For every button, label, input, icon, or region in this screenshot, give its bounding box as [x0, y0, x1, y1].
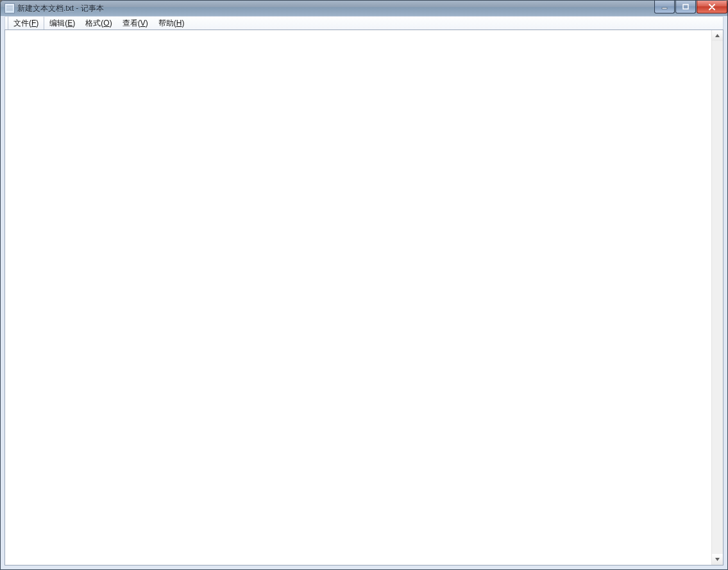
menu-accel-help: H	[176, 19, 182, 27]
menu-label-file-pre: 文件(	[13, 19, 31, 27]
scroll-up-button[interactable]	[712, 30, 723, 41]
chevron-down-icon	[715, 557, 720, 562]
menu-help[interactable]: 帮助(H)	[153, 17, 190, 29]
menu-accel-edit: E	[67, 19, 72, 27]
menu-accel-file: F	[31, 19, 36, 27]
text-editor[interactable]	[5, 30, 711, 565]
menu-label-edit-post: )	[72, 19, 75, 27]
window-title: 新建文本文档.txt - 记事本	[17, 3, 104, 14]
menu-label-help-pre: 帮助(	[158, 19, 176, 27]
scroll-down-button[interactable]	[712, 554, 723, 565]
menu-label-view-post: )	[146, 19, 148, 27]
svg-rect-1	[683, 4, 688, 9]
maximize-icon	[682, 4, 689, 10]
titlebar[interactable]: 新建文本文档.txt - 记事本	[1, 1, 727, 16]
chevron-up-icon	[715, 33, 720, 38]
menu-label-file-post: )	[36, 19, 38, 27]
scroll-track[interactable]	[712, 41, 723, 554]
menu-accel-format: O	[103, 19, 109, 27]
close-button[interactable]	[697, 1, 727, 13]
notepad-app-icon	[4, 3, 15, 13]
menu-accel-view: V	[140, 19, 146, 27]
close-icon	[708, 4, 716, 10]
menu-label-edit-pre: 编辑(	[49, 19, 67, 27]
menu-label-view-pre: 查看(	[123, 19, 140, 27]
menu-label-format-post: )	[110, 19, 112, 27]
minimize-button[interactable]	[654, 1, 675, 13]
menubar: 文件(F) 编辑(E) 格式(O) 查看(V) 帮助(H)	[5, 16, 723, 30]
client-area	[4, 29, 724, 566]
menu-edit[interactable]: 编辑(E)	[44, 17, 80, 29]
menu-view[interactable]: 查看(V)	[117, 17, 153, 29]
menu-format[interactable]: 格式(O)	[80, 17, 117, 29]
window-buttons	[654, 1, 727, 13]
svg-rect-0	[662, 8, 667, 9]
vertical-scrollbar[interactable]	[711, 30, 723, 565]
menu-file[interactable]: 文件(F)	[8, 17, 44, 29]
notepad-window: 新建文本文档.txt - 记事本 文件(F)	[0, 0, 728, 570]
menu-label-format-pre: 格式(	[85, 19, 103, 27]
maximize-button[interactable]	[675, 1, 696, 13]
minimize-icon	[661, 4, 668, 10]
menu-label-help-post: )	[182, 19, 184, 27]
